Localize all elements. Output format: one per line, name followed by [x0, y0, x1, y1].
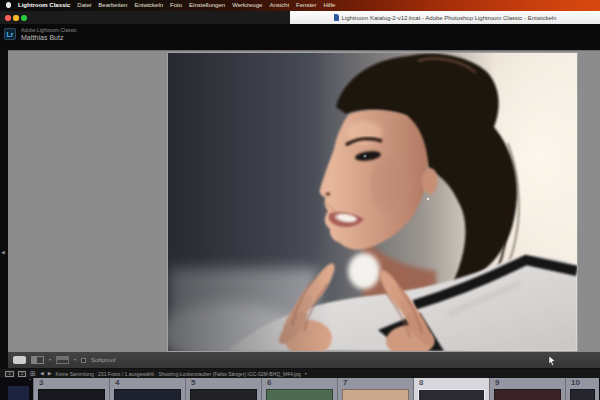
left-panel-collapsed-strip[interactable]: ◀ [0, 50, 8, 369]
menu-item-bearbeiten[interactable]: Bearbeiten [98, 2, 127, 8]
filmstrip-cell[interactable]: 7 [337, 378, 413, 400]
develop-toolbar: ▾ ▾ Softproof [8, 352, 600, 369]
before-after-leftright-icon[interactable] [31, 356, 44, 364]
window-title: Lightroom Katalog-2-v12.lrcat - Adobe Ph… [342, 15, 557, 21]
filmstrip-header: 1 2 ⊞ ◀ ▶ Keine Sammlung · 201 Fotos / 1… [0, 369, 600, 378]
portrait-photo [168, 53, 577, 351]
identity-line2: Matthias Butz [21, 34, 77, 42]
menu-item-foto[interactable]: Foto [170, 2, 182, 8]
thumbnail[interactable] [114, 389, 181, 400]
lightroom-logo-icon: Lr [4, 28, 16, 40]
menu-item-fenster[interactable]: Fenster [296, 2, 316, 8]
title-bar-left [0, 11, 290, 24]
menu-item-einstellungen[interactable]: Einstellungen [189, 2, 225, 8]
cell-number: 9 [495, 378, 499, 387]
menu-item-datei[interactable]: Datei [77, 2, 91, 8]
before-after-dropdown-icon[interactable]: ▾ [49, 358, 51, 362]
minimize-window-button[interactable] [13, 15, 19, 21]
menu-item-entwickeln[interactable]: Entwickeln [134, 2, 163, 8]
thumbnail[interactable] [38, 389, 105, 400]
document-icon [334, 14, 339, 21]
before-after-split-icon[interactable] [56, 356, 69, 364]
loupe-view-icon[interactable] [13, 356, 26, 364]
breadcrumb-dropdown-icon[interactable]: ▾ [305, 371, 307, 376]
filmstrip-cell[interactable]: 10 [565, 378, 599, 400]
filmstrip-cell[interactable]: 6 [261, 378, 337, 400]
app-header: Lr Adobe Lightroom Classic Matthias Butz [0, 24, 600, 50]
title-bar-right: Lightroom Katalog-2-v12.lrcat - Adobe Ph… [290, 11, 600, 24]
thumbnail-partial[interactable] [8, 386, 29, 400]
thumbnail[interactable] [190, 389, 257, 400]
photo-preview[interactable] [168, 53, 577, 351]
filmstrip-collapse-icon[interactable]: ˆ [29, 378, 31, 384]
filmstrip-cell-selected[interactable]: 8 [413, 378, 489, 400]
softproof-checkbox[interactable] [81, 358, 86, 363]
main-window-icon[interactable]: 1 [5, 371, 14, 377]
filmstrip-lead: ˆ [0, 378, 33, 400]
thumbnail[interactable] [266, 389, 333, 400]
close-window-button[interactable] [5, 15, 11, 21]
filmstrip-cell[interactable]: 5 [185, 378, 261, 400]
filmstrip-cell[interactable]: 9 [489, 378, 565, 400]
zoom-window-button[interactable] [21, 15, 27, 21]
menu-app-name[interactable]: Lightroom Classic [18, 2, 70, 8]
cell-number: 5 [191, 378, 195, 387]
menu-bar: Lightroom Classic Datei Bearbeiten Entwi… [0, 0, 600, 11]
cell-number: 7 [343, 378, 347, 387]
thumbnail[interactable] [418, 389, 485, 400]
back-arrow-icon[interactable]: ◀ [40, 371, 44, 376]
forward-arrow-icon[interactable]: ▶ [48, 371, 52, 376]
identity-line1: Adobe Lightroom Classic [21, 28, 77, 34]
title-bar: Lightroom Katalog-2-v12.lrcat - Adobe Ph… [0, 11, 600, 24]
cell-number: 10 [571, 378, 580, 387]
filmstrip-breadcrumb[interactable]: Keine Sammlung · 201 Fotos / 1 ausgewähl… [56, 371, 301, 377]
cell-number: 6 [267, 378, 271, 387]
grid-view-icon[interactable]: ⊞ [30, 370, 36, 377]
cell-number: 8 [419, 378, 423, 387]
identity-plate: Adobe Lightroom Classic Matthias Butz [21, 28, 77, 42]
cell-number: 3 [39, 378, 43, 387]
thumbnail[interactable] [342, 389, 409, 400]
menu-item-hilfe[interactable]: Hilfe [323, 2, 335, 8]
menu-item-ansicht[interactable]: Ansicht [269, 2, 289, 8]
filmstrip: ˆ 3 4 5 6 7 8 9 10 [0, 378, 600, 400]
thumbnail[interactable] [570, 389, 595, 400]
mouse-cursor [548, 356, 556, 366]
menu-item-werkzeuge[interactable]: Werkzeuge [232, 2, 262, 8]
softproof-label[interactable]: Softproof [91, 357, 115, 363]
view-mode-dropdown-icon[interactable]: ▾ [74, 358, 76, 362]
left-panel-collapse-icon[interactable]: ◀ [1, 250, 5, 255]
cell-number: 4 [115, 378, 119, 387]
thumbnail[interactable] [494, 389, 561, 400]
screen: Lightroom Classic Datei Bearbeiten Entwi… [0, 0, 600, 400]
second-window-icon[interactable]: 2 [18, 371, 26, 377]
filmstrip-cell[interactable]: 4 [109, 378, 185, 400]
filmstrip-cell[interactable]: 3 [33, 378, 109, 400]
apple-icon[interactable] [6, 2, 11, 8]
